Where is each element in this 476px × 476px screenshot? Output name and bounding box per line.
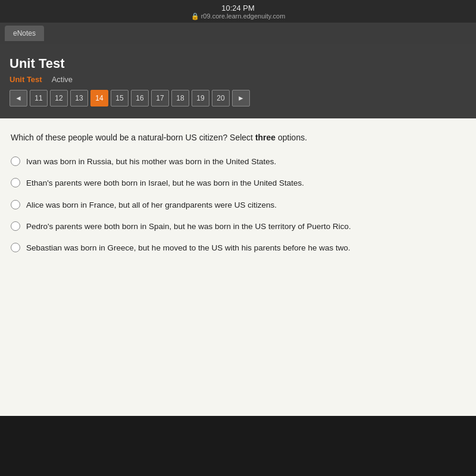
checkbox-2[interactable] — [11, 178, 20, 187]
page-btn-16[interactable]: 16 — [131, 90, 149, 107]
page-title: Unit Test — [10, 56, 466, 71]
checkbox-3[interactable] — [11, 200, 20, 209]
option-1[interactable]: Ivan was born in Russia, but his mother … — [11, 156, 465, 168]
checkbox-4[interactable] — [11, 221, 20, 231]
pagination-bar: ◄ 11 12 13 14 15 16 17 18 19 20 ► — [10, 90, 466, 112]
question-prompt: Which of these people would be a natural… — [11, 131, 465, 144]
breadcrumb-primary: Unit Test — [10, 75, 42, 84]
page-btn-18[interactable]: 18 — [171, 90, 189, 107]
page-btn-19[interactable]: 19 — [192, 90, 209, 107]
option-5[interactable]: Sebastian was born in Greece, but he mov… — [11, 242, 465, 254]
page-btn-12[interactable]: 12 — [50, 90, 68, 107]
question-area: Which of these people would be a natural… — [0, 118, 476, 416]
status-bar: 10:24 PM 🔒 r09.core.learn.edgenuity.com — [0, 0, 476, 23]
page-btn-11[interactable]: 11 — [30, 90, 48, 107]
option-3[interactable]: Alice was born in France, but all of her… — [11, 199, 465, 211]
question-prompt-pre: Which of these people would be a natural… — [11, 133, 255, 142]
browser-chrome: eNotes — [0, 23, 476, 44]
question-prompt-post: options. — [275, 133, 307, 142]
option-4[interactable]: Pedro's parents were both born in Spain,… — [11, 221, 465, 233]
option-5-label: Sebastian was born in Greece, but he mov… — [26, 242, 350, 254]
page-btn-17[interactable]: 17 — [151, 90, 169, 107]
option-1-label: Ivan was born in Russia, but his mother … — [26, 156, 276, 168]
url-display: 🔒 r09.core.learn.edgenuity.com — [0, 12, 476, 20]
breadcrumb: Unit Test Active — [10, 75, 466, 84]
pagination-next[interactable]: ► — [232, 90, 250, 107]
checkbox-1[interactable] — [11, 156, 20, 166]
question-prompt-bold: three — [255, 133, 275, 142]
breadcrumb-secondary: Active — [52, 75, 73, 84]
option-2-label: Ethan's parents were both born in Israel… — [26, 177, 304, 189]
page-btn-13[interactable]: 13 — [70, 90, 88, 107]
option-2[interactable]: Ethan's parents were both born in Israel… — [11, 177, 465, 189]
checkbox-5[interactable] — [11, 243, 20, 252]
pagination-prev[interactable]: ◄ — [10, 90, 27, 107]
lock-icon: 🔒 — [191, 12, 199, 20]
page-btn-15[interactable]: 15 — [111, 90, 129, 107]
main-header: Unit Test Unit Test Active ◄ 11 12 13 14… — [0, 44, 476, 118]
option-4-label: Pedro's parents were both born in Spain,… — [26, 221, 351, 233]
tab-enotes[interactable]: eNotes — [5, 26, 44, 41]
page-btn-20[interactable]: 20 — [212, 90, 230, 107]
time-display: 10:24 PM — [0, 4, 476, 12]
option-3-label: Alice was born in France, but all of her… — [26, 199, 277, 211]
page-btn-14[interactable]: 14 — [90, 90, 108, 107]
